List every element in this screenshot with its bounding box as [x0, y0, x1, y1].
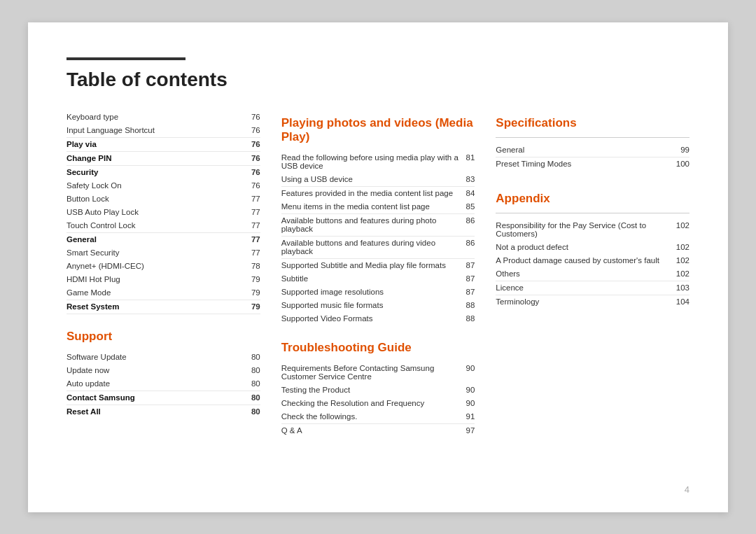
toc-item: Not a product defect102 — [496, 241, 690, 254]
toc-item: Supported Video Formats88 — [281, 312, 475, 325]
section-heading: Support — [66, 330, 260, 344]
toc-item-page: 76 — [251, 154, 260, 162]
toc-item-page: 104 — [676, 297, 690, 306]
toc-item: Testing the Product90 — [281, 384, 475, 397]
toc-item-page: 86 — [466, 239, 475, 247]
toc-item: Contact Samsung80 — [66, 391, 260, 405]
toc-item: Change PIN76 — [66, 152, 260, 166]
toc-item: HDMI Hot Plug79 — [66, 273, 260, 286]
toc-item: General77 — [66, 233, 260, 246]
toc-item-label: Safety Lock On — [66, 181, 251, 190]
toc-item-page: 87 — [466, 261, 475, 269]
toc-item: Others102 — [496, 267, 690, 281]
toc-item-label: Features provided in the media content l… — [281, 189, 466, 197]
toc-item-label: Licence — [496, 283, 676, 292]
divider — [496, 213, 690, 213]
toc-item-page: 83 — [466, 175, 475, 183]
toc-item-page: 80 — [251, 353, 260, 361]
toc-item-page: 102 — [676, 221, 690, 230]
toc-item-page: 88 — [466, 314, 475, 323]
toc-item-page: 77 — [251, 235, 260, 244]
toc-item-label: Terminology — [496, 297, 676, 306]
toc-item-label: Supported music file formats — [281, 301, 466, 309]
toc-item: A Product damage caused by customer's fa… — [496, 254, 690, 267]
section-heading: Appendix — [496, 192, 690, 206]
toc-item-page: 90 — [466, 386, 475, 394]
toc-item: Button Lock77 — [66, 192, 260, 206]
toc-item-label: Reset All — [66, 407, 251, 416]
toc-item: Responsibility for the Pay Service (Cost… — [496, 219, 690, 241]
toc-item-label: Q & A — [281, 426, 466, 435]
toc-item: Anynet+ (HDMI-CEC)78 — [66, 260, 260, 273]
divider — [496, 137, 690, 138]
toc-item: Smart Security77 — [66, 246, 260, 260]
toc-item-label: Supported Video Formats — [281, 314, 466, 323]
section-heading: Specifications — [496, 116, 690, 130]
title-bar — [66, 57, 186, 60]
toc-item-page: 86 — [466, 216, 475, 225]
toc-item-label: Supported image resolutions — [281, 288, 466, 296]
toc-item-label: Contact Samsung — [66, 393, 251, 402]
support-section: SupportSoftware Update80Update now80Auto… — [66, 330, 260, 419]
toc-item: General99 — [496, 143, 690, 157]
toc-item-label: Anynet+ (HDMI-CEC) — [66, 262, 251, 270]
toc-item-label: Checking the Resolution and Frequency — [281, 399, 466, 407]
column-1: Keyboard type76Input Language Shortcut76… — [66, 111, 281, 437]
toc-item-page: 91 — [466, 412, 475, 421]
toc-item-page: 102 — [676, 269, 690, 278]
toc-item: Preset Timing Modes100 — [496, 157, 690, 171]
toc-item-label: Smart Security — [66, 248, 251, 257]
toc-item: Checking the Resolution and Frequency90 — [281, 397, 475, 410]
toc-item-page: 76 — [251, 113, 260, 121]
troubleshooting-section: Troubleshooting GuideRequirements Before… — [281, 341, 475, 437]
toc-item-label: Available buttons and features during vi… — [281, 239, 466, 255]
toc-item-label: General — [496, 146, 680, 154]
toc-item: Supported music file formats88 — [281, 299, 475, 312]
toc-item-page: 77 — [251, 248, 260, 257]
toc-item-label: Touch Control Lock — [66, 221, 251, 230]
toc-item: Available buttons and features during vi… — [281, 237, 475, 259]
toc-item-label: Not a product defect — [496, 243, 676, 251]
toc-item-label: Testing the Product — [281, 386, 466, 394]
toc-item-label: Responsibility for the Pay Service (Cost… — [496, 221, 676, 238]
toc-item-page: 77 — [251, 208, 260, 216]
toc-item: Reset All80 — [66, 405, 260, 419]
toc-item-label: Preset Timing Modes — [496, 160, 676, 168]
toc-item: Supported Subtitle and Media play file f… — [281, 259, 475, 272]
page-title: Table of contents — [66, 69, 690, 91]
toc-item: Using a USB device83 — [281, 173, 475, 187]
toc-item-page: 78 — [251, 262, 260, 270]
toc-item-page: 88 — [466, 301, 475, 309]
toc-item-page: 79 — [251, 302, 260, 311]
toc-item-label: Supported Subtitle and Media play file f… — [281, 261, 466, 269]
toc-item: Update now80 — [66, 364, 260, 377]
toc-item-label: Available buttons and features during ph… — [281, 216, 466, 233]
toc-item-label: Read the following before using media pl… — [281, 153, 466, 170]
toc-item: Features provided in the media content l… — [281, 187, 475, 200]
toc-item: Supported image resolutions87 — [281, 286, 475, 299]
toc-item: Game Mode79 — [66, 286, 260, 300]
page: Table of contents Keyboard type76Input L… — [28, 22, 728, 512]
toc-item-page: 76 — [251, 181, 260, 190]
toc-item: Subtitle87 — [281, 272, 475, 286]
toc-item: Keyboard type76 — [66, 111, 260, 124]
column-3: SpecificationsGeneral99Preset Timing Mod… — [496, 111, 690, 437]
toc-item: Software Update80 — [66, 351, 260, 364]
toc-item: Read the following before using media pl… — [281, 151, 475, 173]
toc-item-page: 80 — [251, 407, 260, 416]
toc-item-label: Requirements Before Contacting Samsung C… — [281, 364, 466, 381]
toc-item-label: Others — [496, 269, 676, 278]
appendix-section: AppendixResponsibility for the Pay Servi… — [496, 192, 690, 309]
column-2: Playing photos and videos (Media Play)Re… — [281, 111, 496, 437]
toc-item: Security76 — [66, 166, 260, 179]
toc-item-page: 77 — [251, 195, 260, 203]
toc-item: USB Auto Play Lock77 — [66, 206, 260, 219]
page-number: 4 — [685, 484, 690, 495]
toc-item-page: 80 — [251, 393, 260, 402]
toc-item-label: Using a USB device — [281, 175, 466, 183]
toc-item: Safety Lock On76 — [66, 179, 260, 192]
toc-item: Terminology104 — [496, 295, 690, 309]
toc-item-page: 90 — [466, 399, 475, 407]
toc-item-page: 76 — [251, 140, 260, 148]
toc-item: Touch Control Lock77 — [66, 219, 260, 233]
